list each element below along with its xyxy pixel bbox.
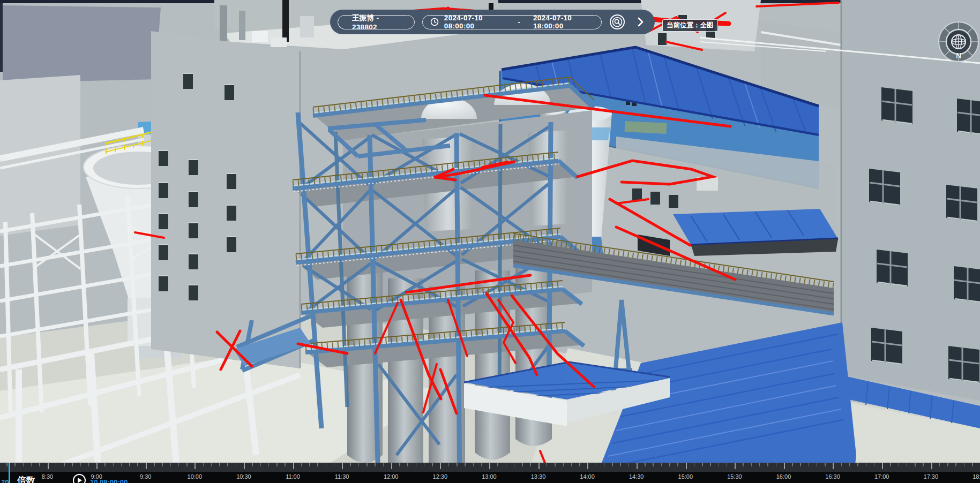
timeline-tick-label: 13:30 bbox=[531, 473, 546, 480]
timeline-tick bbox=[317, 463, 318, 466]
timeline-tick bbox=[48, 463, 49, 469]
timeline-tick-label: 10:00 bbox=[188, 473, 203, 480]
timeline-tick bbox=[80, 463, 81, 466]
timeline-tick bbox=[743, 463, 744, 466]
current-location-label: 当前位置：全图 bbox=[667, 21, 714, 29]
timeline-tick bbox=[113, 463, 114, 466]
timeline-tick bbox=[96, 463, 98, 469]
timeline-tick bbox=[857, 463, 858, 466]
timeline-tick bbox=[620, 463, 621, 466]
timeline-tick bbox=[219, 463, 220, 466]
timeline-tick bbox=[727, 463, 728, 466]
chevron-right-icon[interactable] bbox=[633, 14, 647, 30]
timeline-tick bbox=[309, 463, 310, 466]
timeline-tick bbox=[260, 463, 261, 466]
timeline-tick bbox=[203, 463, 204, 466]
timeline-tick-label: 12:00 bbox=[384, 473, 399, 480]
timeline-tick bbox=[710, 463, 711, 466]
timeline-tick bbox=[767, 463, 768, 466]
timeline-tick bbox=[653, 463, 654, 466]
playback-speed-label[interactable]: 倍数 bbox=[17, 474, 35, 483]
timeline-tick bbox=[236, 463, 237, 466]
timeline-tick-label: 16:30 bbox=[825, 473, 840, 480]
timeline-tick bbox=[293, 463, 294, 469]
timeline-tick bbox=[31, 463, 32, 466]
timeline-tick bbox=[874, 463, 875, 466]
timeline-tick bbox=[23, 463, 24, 466]
timeline-tick bbox=[612, 463, 613, 466]
person-label: 王振博 - 238802 bbox=[352, 13, 400, 31]
compass-north-label: N bbox=[956, 51, 961, 60]
timeline-tick-label: 11:00 bbox=[286, 473, 300, 480]
timeline-tick bbox=[227, 463, 228, 466]
timeline-tick bbox=[6, 463, 8, 466]
timeline-tick bbox=[194, 463, 196, 469]
timeline-tick bbox=[481, 463, 482, 466]
timeline-tick bbox=[14, 463, 16, 466]
play-icon bbox=[78, 478, 82, 483]
playback-time: 10 08:00:00 bbox=[90, 478, 128, 483]
timeline-tick-bar[interactable] bbox=[0, 463, 980, 472]
timeline-tick bbox=[285, 463, 286, 466]
top-toolbar: 王振博 - 238802 2024-07-10 08:00:00 - 2024-… bbox=[330, 10, 655, 34]
person-pill[interactable]: 王振博 - 238802 bbox=[338, 15, 415, 29]
scene-left-edge bbox=[0, 3, 3, 72]
timeline-tick bbox=[571, 463, 572, 466]
time-end: 2024-07-10 18:00:00 bbox=[533, 14, 594, 30]
time-range-pill[interactable]: 2024-07-10 08:00:00 - 2024-07-10 18:00:0… bbox=[422, 15, 602, 29]
timeline-tick bbox=[39, 463, 40, 466]
timeline-tick bbox=[939, 463, 940, 466]
timeline-tick bbox=[882, 463, 883, 469]
timeline-tick bbox=[702, 463, 703, 466]
play-button[interactable] bbox=[73, 474, 86, 483]
timeline-tick bbox=[383, 463, 384, 466]
scene-3d[interactable] bbox=[0, 0, 980, 483]
timeline-tick bbox=[399, 463, 400, 466]
timeline-tick bbox=[890, 463, 891, 466]
timeline-tick bbox=[465, 463, 466, 466]
timeline-tick bbox=[375, 463, 376, 466]
timeline-tick bbox=[146, 463, 147, 469]
timeline-tick bbox=[776, 463, 777, 466]
timeline-tick-label: 15:30 bbox=[727, 473, 742, 480]
timeline-tick bbox=[104, 463, 106, 466]
timeline-tick bbox=[514, 463, 515, 466]
timeline-tick bbox=[719, 463, 720, 466]
timeline-tick bbox=[530, 463, 531, 466]
timeline-tick bbox=[849, 463, 850, 466]
timeline-tick bbox=[497, 463, 498, 466]
timeline-tick bbox=[907, 463, 908, 466]
timeline-tick bbox=[162, 463, 163, 466]
timeline-tick-labels: 8:309:009:3010:0010:3011:0011:3012:0012:… bbox=[0, 472, 980, 483]
timeline-tick bbox=[596, 463, 597, 466]
timeline-tick bbox=[391, 463, 392, 469]
timeline-tick bbox=[792, 463, 793, 466]
timeline-tick bbox=[121, 463, 122, 466]
person-locate-icon[interactable] bbox=[609, 14, 625, 30]
timeline-tick bbox=[547, 463, 548, 466]
timeline-tick bbox=[457, 463, 458, 466]
timeline-tick bbox=[342, 463, 343, 469]
timeline-tick bbox=[604, 463, 605, 466]
timeline-tick bbox=[579, 463, 580, 466]
timeline-tick bbox=[170, 463, 171, 466]
timeline-tick-label: 12:30 bbox=[433, 473, 448, 480]
timeline-tick bbox=[301, 463, 302, 466]
timeline-tick bbox=[563, 463, 564, 466]
timeline-tick bbox=[825, 463, 826, 466]
timeline-tick-label: 9:30 bbox=[140, 473, 151, 480]
timeline-tick bbox=[416, 463, 417, 466]
timeline-tick-label: 17:00 bbox=[874, 473, 889, 480]
timeline-tick bbox=[686, 463, 687, 469]
roof-plane-topleft bbox=[3, 5, 161, 83]
timeline-tick-label: 15:00 bbox=[678, 473, 693, 480]
time-start: 2024-07-10 08:00:00 bbox=[444, 14, 505, 30]
timeline-tick bbox=[555, 463, 556, 466]
timeline-tick bbox=[506, 463, 507, 466]
timeline-tick bbox=[522, 463, 523, 466]
timeline-tick bbox=[923, 463, 924, 466]
timeline-tick bbox=[154, 463, 155, 466]
timeline-tick-label: 10:30 bbox=[236, 473, 251, 480]
timeline-tick bbox=[915, 463, 916, 466]
timeline-tick bbox=[964, 463, 965, 466]
